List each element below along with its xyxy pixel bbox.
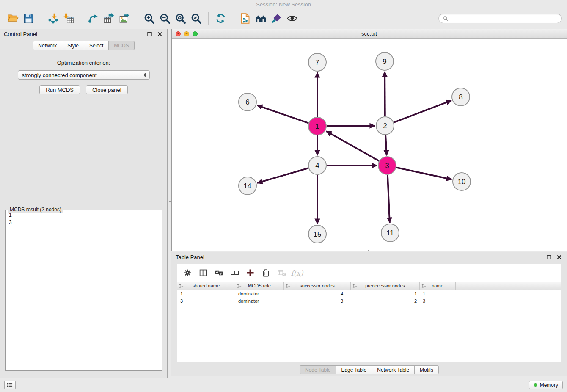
graph-edge-1-2[interactable] bbox=[327, 126, 375, 126]
toolbar-search[interactable] bbox=[438, 14, 562, 23]
close-table-panel-button[interactable] bbox=[556, 254, 563, 261]
open-file-button[interactable] bbox=[5, 11, 21, 26]
show-column-panel-button[interactable] bbox=[197, 267, 209, 279]
graph-node-6[interactable]: 6 bbox=[239, 93, 256, 111]
memory-button[interactable]: Memory bbox=[529, 381, 563, 389]
close-window-button[interactable]: × bbox=[176, 31, 181, 36]
export-table-button[interactable] bbox=[101, 11, 117, 26]
save-icon bbox=[23, 13, 34, 24]
open-network-document-button[interactable] bbox=[237, 11, 253, 26]
import-network-button[interactable] bbox=[45, 11, 61, 26]
graph-edge-3-10[interactable] bbox=[396, 168, 452, 179]
graph-node-15[interactable]: 15 bbox=[308, 225, 326, 243]
graph-edge-2-8[interactable] bbox=[394, 101, 451, 123]
export-image-button[interactable] bbox=[117, 11, 132, 26]
graph-node-4[interactable]: 4 bbox=[308, 157, 326, 174]
network-window-titlebar: × − + scc.txt bbox=[172, 29, 567, 39]
columns-icon bbox=[199, 268, 208, 277]
graph-node-7[interactable]: 7 bbox=[308, 53, 326, 71]
zoom-selected-button[interactable] bbox=[188, 11, 204, 26]
graph-node-2[interactable]: 2 bbox=[376, 117, 394, 135]
graph-edge-3-11[interactable] bbox=[388, 175, 390, 223]
network-window-title: scc.txt bbox=[361, 30, 377, 37]
close-mcds-panel-button[interactable]: Close panel bbox=[86, 85, 128, 94]
column-type-icon bbox=[237, 284, 242, 288]
tab-select[interactable]: Select bbox=[84, 41, 109, 50]
task-history-button[interactable] bbox=[4, 381, 16, 389]
list-icon bbox=[7, 382, 13, 388]
import-table-icon bbox=[63, 13, 74, 24]
column-header-label: name bbox=[432, 283, 443, 288]
minimize-window-button[interactable]: − bbox=[184, 31, 189, 36]
column-header-shared-name[interactable]: shared name bbox=[177, 282, 235, 290]
zoom-out-button[interactable] bbox=[157, 11, 173, 26]
delete-columns-button[interactable] bbox=[259, 267, 272, 279]
column-header-MCDS-role[interactable]: MCDS role bbox=[235, 282, 284, 290]
tab-motifs[interactable]: Motifs bbox=[414, 365, 439, 374]
trash-icon bbox=[261, 268, 270, 277]
svg-text:3: 3 bbox=[385, 162, 389, 170]
select-all-button[interactable] bbox=[212, 267, 225, 279]
close-panel-button[interactable] bbox=[156, 30, 163, 38]
tab-network[interactable]: Network bbox=[33, 41, 62, 50]
memory-label: Memory bbox=[540, 382, 558, 388]
graph-node-8[interactable]: 8 bbox=[452, 88, 470, 106]
graph-edge-4-14[interactable] bbox=[257, 168, 308, 183]
column-header-successor-nodes[interactable]: successor nodes bbox=[284, 282, 351, 290]
graph-node-9[interactable]: 9 bbox=[376, 52, 394, 70]
deselect-all-button[interactable] bbox=[228, 267, 241, 279]
graph-node-11[interactable]: 11 bbox=[381, 224, 399, 242]
table-row[interactable]: 3dominator323 bbox=[177, 297, 561, 304]
tab-edge-table[interactable]: Edge Table bbox=[336, 365, 372, 374]
import-table-button[interactable] bbox=[61, 11, 77, 26]
table-cell: 1 bbox=[420, 291, 456, 296]
graph-edge-2-9[interactable] bbox=[385, 72, 385, 116]
refresh-view-button[interactable] bbox=[213, 11, 228, 26]
svg-text:4: 4 bbox=[315, 162, 319, 170]
svg-text:8: 8 bbox=[459, 93, 462, 101]
optimization-criterion-select[interactable]: strongly connected component bbox=[18, 70, 150, 80]
tab-mcds[interactable]: MCDS bbox=[108, 41, 134, 50]
column-header-predecessor-nodes[interactable]: predecessor nodes bbox=[351, 282, 420, 290]
function-builder-button[interactable]: f(x) bbox=[291, 267, 303, 279]
table-settings-button[interactable] bbox=[181, 267, 194, 279]
search-input[interactable] bbox=[450, 15, 558, 22]
toolbar-separator bbox=[208, 12, 209, 25]
function-icon: f(x) bbox=[291, 269, 303, 277]
tab-node-table[interactable]: Node Table bbox=[300, 365, 336, 374]
graph-edge-3-1[interactable] bbox=[326, 131, 379, 161]
graph-node-1[interactable]: 1 bbox=[308, 117, 326, 135]
refresh-icon bbox=[215, 13, 226, 24]
save-session-button[interactable] bbox=[21, 11, 36, 26]
tab-style[interactable]: Style bbox=[62, 41, 84, 50]
network-view-window: × − + scc.txt 7968124314101511 bbox=[171, 29, 567, 251]
delete-table-button[interactable] bbox=[275, 267, 288, 279]
home-button[interactable] bbox=[253, 11, 269, 26]
table-row[interactable]: 1dominator411 bbox=[177, 290, 561, 297]
graph-node-10[interactable]: 10 bbox=[453, 173, 471, 190]
graph-edge-2-3[interactable] bbox=[385, 135, 387, 155]
zoom-in-button[interactable] bbox=[141, 11, 157, 26]
table-cell: 1 bbox=[177, 291, 235, 296]
column-header-name[interactable]: name bbox=[420, 282, 456, 290]
zoom-window-button[interactable]: + bbox=[193, 31, 198, 36]
select-stepper-icon bbox=[144, 73, 146, 77]
network-graph[interactable]: 7968124314101511 bbox=[172, 39, 567, 250]
tab-network-table[interactable]: Network Table bbox=[372, 365, 415, 374]
vertical-splitter-grip[interactable] bbox=[168, 196, 171, 204]
style-brush-button[interactable] bbox=[269, 11, 284, 26]
graph-edge-1-6[interactable] bbox=[257, 105, 309, 123]
graph-node-3[interactable]: 3 bbox=[378, 157, 396, 174]
zoom-fit-button[interactable] bbox=[173, 11, 188, 26]
zoom-out-icon bbox=[159, 13, 171, 24]
export-network-button[interactable] bbox=[85, 11, 101, 26]
column-header-label: MCDS role bbox=[248, 283, 271, 288]
float-panel-button[interactable] bbox=[146, 30, 153, 38]
export-table-icon bbox=[103, 13, 115, 24]
run-mcds-button[interactable]: Run MCDS bbox=[39, 85, 80, 94]
float-table-panel-button[interactable] bbox=[545, 254, 553, 261]
show-graphics-details-button[interactable] bbox=[284, 11, 300, 26]
graph-node-14[interactable]: 14 bbox=[239, 177, 256, 195]
network-document-icon bbox=[239, 13, 251, 24]
create-column-button[interactable] bbox=[244, 267, 256, 279]
